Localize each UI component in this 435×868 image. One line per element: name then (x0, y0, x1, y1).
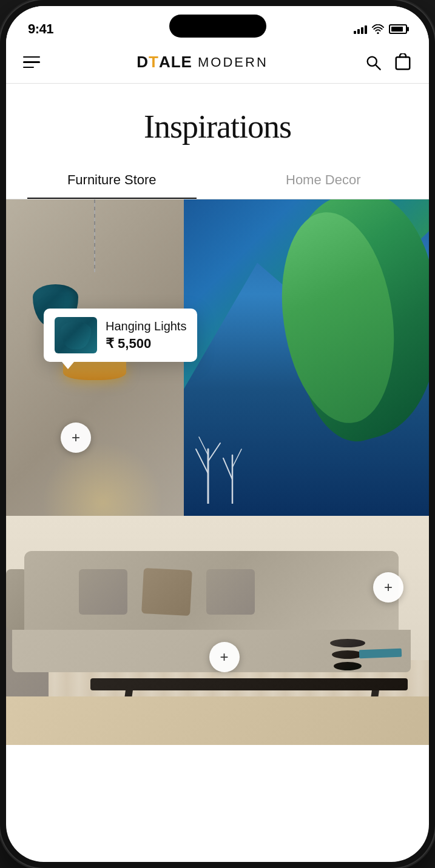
popup-product-price: ₹ 5,500 (106, 336, 186, 352)
status-time: 9:41 (28, 21, 53, 37)
svg-line-5 (196, 449, 208, 473)
status-bar: 9:41 (6, 6, 429, 41)
svg-line-2 (376, 65, 380, 70)
page-title-section: Inspirations (6, 84, 429, 158)
art-trees (190, 413, 263, 504)
sofa-hotspot-button[interactable]: + (373, 572, 403, 603)
logo-tale: ALE (159, 53, 192, 72)
cushion (206, 569, 255, 615)
logo-accent: T (149, 53, 159, 72)
svg-line-10 (232, 449, 241, 467)
cart-button[interactable] (394, 53, 412, 72)
svg-rect-3 (396, 57, 410, 69)
svg-point-0 (377, 32, 379, 34)
popup-product-thumbnail (55, 317, 97, 353)
phone-frame: 9:41 (0, 0, 435, 868)
popup-product-name: Hanging Lights (106, 319, 186, 333)
sofa-back (24, 551, 399, 630)
brand-logo: DTALE MODERN (137, 53, 268, 72)
header: DTALE MODERN (6, 41, 429, 84)
floor (6, 696, 429, 745)
table-book (359, 649, 402, 658)
tab-home-decor[interactable]: Home Decor (218, 164, 430, 199)
product-popup: Hanging Lights ₹ 5,500 (44, 309, 197, 362)
screen: 9:41 (6, 6, 429, 862)
svg-line-6 (208, 443, 220, 461)
wifi-icon (372, 24, 384, 34)
artwork-panel (184, 199, 429, 516)
table-hotspot-button[interactable]: + (209, 642, 240, 672)
search-button[interactable] (365, 54, 382, 71)
dynamic-island (169, 15, 266, 38)
lights-hotspot-button[interactable]: + (61, 422, 91, 453)
hamburger-menu-icon[interactable] (23, 56, 40, 68)
tab-furniture-store[interactable]: Furniture Store (6, 164, 218, 199)
svg-line-9 (223, 458, 232, 479)
room-scene: Hanging Lights ₹ 5,500 (6, 199, 429, 745)
svg-line-7 (199, 437, 208, 455)
header-actions (365, 53, 412, 72)
pendant-chain (94, 199, 95, 272)
tabs-section: Furniture Store Home Decor (6, 158, 429, 199)
battery-icon (389, 24, 407, 34)
status-icons (354, 24, 407, 34)
signal-icon (354, 24, 367, 34)
table-top (90, 678, 408, 690)
cushion (141, 568, 192, 616)
wall-artwork (184, 199, 429, 516)
page-title: Inspirations (18, 108, 417, 145)
logo-d: D (137, 53, 149, 72)
cushion (79, 569, 127, 615)
popup-product-info: Hanging Lights ₹ 5,500 (106, 319, 186, 352)
logo-modern: MODERN (192, 55, 268, 70)
sofa-area (6, 516, 429, 745)
